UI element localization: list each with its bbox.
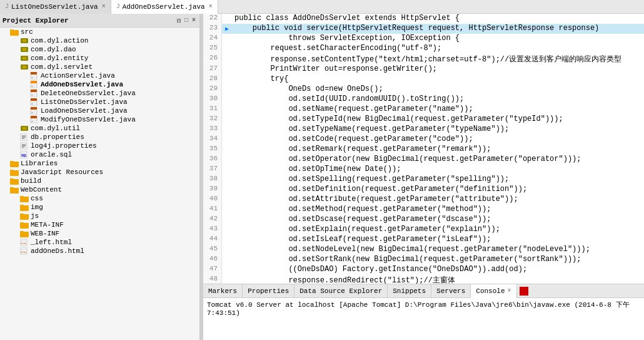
line-marker bbox=[222, 185, 232, 195]
project-explorer-panel: Project Explorer ⊟ □ × srccom.dyl.action… bbox=[0, 14, 200, 340]
tree-item[interactable]: SQLoracle.sql bbox=[0, 150, 199, 159]
project-tree: srccom.dyl.actioncom.dyl.daocom.dyl.enti… bbox=[0, 28, 199, 340]
html-icon: HTML bbox=[20, 247, 29, 255]
tree-item[interactable]: HTMLaddOneDs.html bbox=[0, 247, 199, 255]
line-marker bbox=[222, 95, 232, 105]
line-number: 45 bbox=[203, 245, 222, 255]
line-number: 23 bbox=[203, 24, 222, 34]
tree-item[interactable]: com.dyl.action bbox=[0, 36, 199, 45]
line-number: 36 bbox=[203, 155, 222, 165]
package-expanded-icon bbox=[20, 63, 29, 71]
code-line: 26 response.setContentType("text/html;ch… bbox=[203, 54, 644, 64]
tree-item[interactable]: src bbox=[0, 28, 199, 36]
line-marker bbox=[222, 255, 232, 265]
tree-item[interactable]: css bbox=[0, 194, 199, 203]
code-line: 22public class AddOneDsServlet extends H… bbox=[203, 14, 644, 24]
tree-item[interactable]: build bbox=[0, 177, 199, 185]
line-marker bbox=[222, 64, 232, 75]
line-number: 28 bbox=[203, 75, 222, 85]
tree-item-label: AddOneDsServlet.java bbox=[41, 81, 123, 88]
tab-list-close[interactable]: × bbox=[102, 3, 106, 10]
tree-item[interactable]: com.dyl.dao bbox=[0, 45, 199, 54]
tree-item[interactable]: JDeleteOneDsServlet.java bbox=[0, 89, 199, 98]
tree-item[interactable]: JavaScript Resources bbox=[0, 168, 199, 177]
tree-item[interactable]: log4j.properties bbox=[0, 142, 199, 150]
tree-item-label: db.properties bbox=[31, 133, 84, 141]
tree-item-label: img bbox=[31, 203, 43, 211]
line-number: 34 bbox=[203, 135, 222, 145]
tree-item-label: Libraries bbox=[21, 160, 58, 167]
code-content: od.setTypeId(new BigDecimal(request.getP… bbox=[232, 115, 563, 125]
folder-icon bbox=[20, 195, 29, 202]
svg-text:J: J bbox=[31, 94, 33, 96]
tree-item[interactable]: META-INF bbox=[0, 220, 199, 229]
line-number: 37 bbox=[203, 165, 222, 175]
code-line: 44 od.setIsLeaf(request.getParameter("is… bbox=[203, 235, 644, 245]
bottom-tab-servers[interactable]: Servers bbox=[431, 284, 471, 298]
tree-item[interactable]: JActionServlet.java bbox=[0, 71, 199, 80]
code-line: 23▶ public void service(HttpServletReque… bbox=[203, 24, 644, 34]
tree-item[interactable]: WEB-INF bbox=[0, 229, 199, 238]
svg-rect-51 bbox=[20, 205, 24, 207]
code-content: public void service(HttpServletRequest r… bbox=[232, 24, 599, 34]
line-marker bbox=[222, 115, 232, 125]
bottom-tab-markers[interactable]: Markers bbox=[203, 284, 243, 298]
line-number: 31 bbox=[203, 105, 222, 115]
line-number: 30 bbox=[203, 95, 222, 105]
line-number: 25 bbox=[203, 44, 222, 54]
code-line: 48 response.sendRedirect("list");//主窗体 bbox=[203, 275, 644, 284]
code-line: 41 od.setMethod(request.getParameter("me… bbox=[203, 205, 644, 215]
tree-item-label: addOneDs.html bbox=[31, 247, 84, 255]
code-content: response.setContentType("text/html;chars… bbox=[232, 54, 621, 64]
svg-rect-47 bbox=[10, 187, 14, 189]
tree-item[interactable]: JAddOneDsServlet.java bbox=[0, 80, 199, 89]
tree-item[interactable]: com.dyl.util bbox=[0, 124, 199, 133]
bottom-tab-snippets[interactable]: Snippets bbox=[388, 284, 431, 298]
minimize-icon[interactable]: ⊟ bbox=[176, 16, 182, 25]
tree-item-label: DeleteOneDsServlet.java bbox=[41, 90, 136, 97]
tree-item[interactable]: com.dyl.servlet bbox=[0, 63, 199, 71]
close-icon[interactable]: × bbox=[191, 16, 197, 25]
code-content: od.setExplain(request.getParameter("expl… bbox=[232, 225, 500, 235]
svg-text:J: J bbox=[31, 76, 33, 79]
line-marker bbox=[222, 34, 232, 44]
bottom-tab-properties[interactable]: Properties bbox=[243, 284, 294, 298]
code-area[interactable]: 22public class AddOneDsServlet extends H… bbox=[203, 14, 644, 284]
line-marker bbox=[222, 85, 232, 95]
java-file-icon: J bbox=[5, 3, 9, 10]
line-number: 47 bbox=[203, 265, 222, 275]
java-icon: J bbox=[30, 107, 39, 115]
tree-item[interactable]: JModifyOneDsServlet.java bbox=[0, 115, 199, 124]
tree-item[interactable]: JLoadOneDsServlet.java bbox=[0, 106, 199, 115]
tree-item[interactable]: com.dyl.entity bbox=[0, 54, 199, 63]
bottom-tab-label: Properties bbox=[248, 287, 289, 295]
tree-item[interactable]: img bbox=[0, 203, 199, 212]
line-number: 48 bbox=[203, 275, 222, 284]
tab-list-servlet[interactable]: J ListOneDsServlet.java × bbox=[0, 0, 111, 14]
line-marker bbox=[222, 195, 232, 205]
tree-item-label: log4j.properties bbox=[31, 142, 97, 150]
bottom-tab-datasource[interactable]: Data Source Explorer bbox=[294, 284, 388, 298]
tree-item[interactable]: Libraries bbox=[0, 159, 199, 168]
code-line: 27 PrintWriter out=response.getWriter(); bbox=[203, 64, 644, 75]
tree-item-label: css bbox=[31, 195, 43, 202]
props-icon bbox=[20, 142, 29, 150]
tab-add-servlet[interactable]: J AddOneDsServlet.java × bbox=[111, 0, 218, 14]
svg-rect-43 bbox=[10, 170, 14, 172]
tree-item[interactable]: js bbox=[0, 212, 199, 220]
code-line: 28 try{ bbox=[203, 75, 644, 85]
svg-rect-26 bbox=[31, 116, 37, 118]
bottom-tab-close[interactable]: × bbox=[508, 287, 511, 294]
code-line: 29 OneDs od=new OneDs(); bbox=[203, 85, 644, 95]
code-content: od.setDscase(request.getParameter("dscas… bbox=[232, 215, 491, 225]
bottom-tab-console[interactable]: Console× bbox=[471, 284, 516, 298]
folder-expanded-icon bbox=[10, 186, 19, 193]
maximize-icon[interactable]: □ bbox=[183, 16, 189, 25]
bottom-tab-label: Console bbox=[476, 287, 505, 295]
tree-item[interactable]: HTML_left.html bbox=[0, 238, 199, 247]
tree-item[interactable]: WebContent bbox=[0, 185, 199, 194]
tree-item[interactable]: JListOneDsServlet.java bbox=[0, 98, 199, 106]
tree-item-label: WebContent bbox=[21, 186, 62, 193]
tab-add-close[interactable]: × bbox=[209, 3, 213, 10]
tree-item[interactable]: db.properties bbox=[0, 133, 199, 142]
